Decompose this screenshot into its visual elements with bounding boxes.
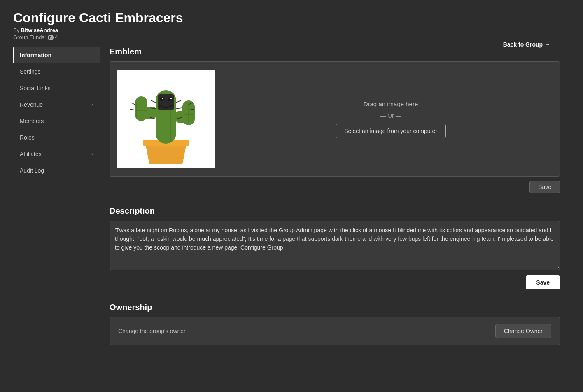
sidebar-item-information[interactable]: Information [13, 47, 100, 63]
description-textarea[interactable]: 'Twas a late night on Roblox, alone at m… [110, 221, 560, 270]
sidebar-item-label: Audit Log [20, 167, 44, 174]
drag-text: Drag an image here [364, 100, 418, 107]
svg-point-25 [160, 97, 164, 101]
emblem-title: Emblem [110, 47, 560, 56]
group-funds: Group Funds: R 4 [13, 34, 570, 40]
emblem-upload-area: Drag an image here — Or — Select an imag… [229, 100, 553, 138]
svg-line-16 [176, 100, 182, 103]
sidebar-item-audit-log[interactable]: Audit Log [13, 162, 100, 179]
sidebar: Information Settings Social Links Revenu… [13, 47, 100, 358]
description-save-button[interactable]: Save [526, 275, 560, 289]
svg-point-28 [170, 98, 172, 99]
ownership-section: Ownership Change the group's owner Chang… [110, 303, 560, 345]
sidebar-item-label: Affiliates [20, 151, 42, 157]
emblem-image-container [117, 70, 215, 168]
sidebar-item-members[interactable]: Members [13, 113, 100, 129]
description-section: Description 'Twas a late night on Roblox… [110, 206, 560, 289]
chevron-right-icon: › [91, 102, 93, 107]
funds-label: Group Funds: [13, 34, 46, 40]
description-save-row: Save [110, 275, 560, 289]
cactus-image [125, 74, 207, 164]
svg-line-14 [150, 100, 156, 103]
select-image-button[interactable]: Select an image from your computer [336, 124, 446, 138]
emblem-box: Drag an image here — Or — Select an imag… [110, 61, 560, 177]
content-area: Emblem [100, 47, 570, 358]
sidebar-item-label: Roles [20, 134, 35, 141]
sidebar-item-label: Information [20, 52, 51, 58]
page-subtitle: By BitwiseAndrea [13, 27, 570, 33]
svg-rect-4 [135, 96, 147, 121]
author-name: BitwiseAndrea [21, 27, 58, 33]
emblem-save-row: Save [110, 181, 560, 193]
sidebar-item-affiliates[interactable]: Affiliates › [13, 146, 100, 162]
sidebar-item-social-links[interactable]: Social Links [13, 80, 100, 96]
robux-icon: R [48, 35, 54, 40]
svg-point-27 [162, 98, 163, 99]
sidebar-item-label: Members [20, 118, 44, 124]
sidebar-item-label: Social Links [20, 85, 51, 91]
change-owner-button[interactable]: Change Owner [495, 324, 551, 338]
or-text: — Or — [380, 112, 401, 119]
svg-line-17 [176, 108, 182, 109]
emblem-save-button[interactable]: Save [529, 181, 560, 193]
sidebar-item-revenue[interactable]: Revenue › [13, 96, 100, 113]
svg-marker-0 [145, 144, 187, 164]
by-label: By [13, 27, 19, 33]
ownership-title: Ownership [110, 303, 560, 312]
sidebar-item-roles[interactable]: Roles [13, 129, 100, 146]
ownership-box: Change the group's owner Change Owner [110, 317, 560, 345]
sidebar-item-settings[interactable]: Settings [13, 63, 100, 80]
svg-line-20 [131, 103, 135, 105]
sidebar-item-label: Settings [20, 68, 41, 75]
svg-point-26 [168, 97, 172, 101]
ownership-change-text: Change the group's owner [118, 328, 186, 334]
description-title: Description [110, 206, 560, 216]
emblem-section: Emblem [110, 47, 560, 193]
back-to-group-link[interactable]: Back to Group → [503, 41, 550, 48]
sidebar-item-label: Revenue [20, 101, 43, 108]
funds-amount: 4 [55, 34, 58, 40]
chevron-right-icon: › [91, 151, 93, 157]
page-title: Configure Cacti Embracers [13, 10, 570, 26]
svg-line-21 [130, 109, 135, 110]
